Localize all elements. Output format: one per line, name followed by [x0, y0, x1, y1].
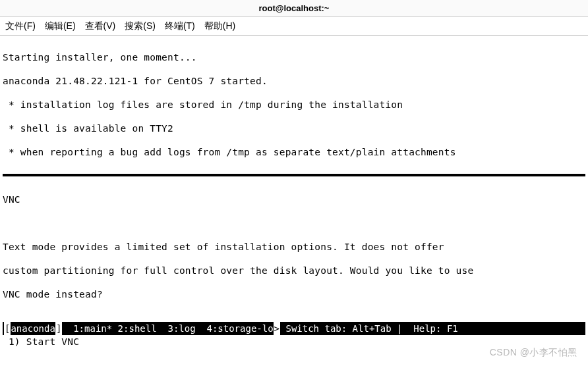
- option-start-vnc: 1) Start VNC: [3, 336, 585, 348]
- blank-line: [3, 217, 585, 229]
- window-title: root@localhost:~: [259, 3, 330, 13]
- horizontal-rule: [3, 174, 585, 176]
- status-app-name: anaconda: [11, 322, 55, 335]
- output-line: Starting installer, one moment...: [3, 51, 585, 63]
- menu-help[interactable]: 帮助(H): [204, 20, 235, 32]
- menu-view[interactable]: 查看(V): [85, 20, 116, 32]
- menu-edit[interactable]: 编辑(E): [45, 20, 76, 32]
- output-line: * installation log files are stored in /…: [3, 99, 585, 111]
- status-bracket-close: ]: [55, 322, 62, 335]
- section-title: VNC: [3, 194, 585, 205]
- menu-file[interactable]: 文件(F): [5, 20, 36, 32]
- output-line: anaconda 21.48.22.121-1 for CentOS 7 sta…: [3, 75, 585, 87]
- menu-terminal[interactable]: 终端(T): [165, 20, 195, 32]
- status-arrow-icon: >: [274, 322, 280, 335]
- watermark: CSDN @小李不怕黑: [490, 347, 577, 359]
- window-title-bar: root@localhost:~: [0, 0, 588, 17]
- output-line: custom partitioning for full control ove…: [3, 265, 585, 276]
- output-line: * when reporting a bug add logs from /tm…: [3, 146, 585, 158]
- status-tabs[interactable]: 1:main* 2:shell 3:log 4:storage-lo: [62, 322, 273, 335]
- menu-bar: 文件(F) 编辑(E) 查看(V) 搜索(S) 终端(T) 帮助(H): [0, 17, 588, 36]
- status-bracket-open: [: [4, 322, 11, 335]
- blank-line: [3, 359, 585, 368]
- status-hint: Switch tab: Alt+Tab | Help: F1: [280, 322, 463, 335]
- output-line: VNC mode instead?: [3, 288, 585, 300]
- output-line: * shell is available on TTY2: [3, 122, 585, 134]
- terminal-output[interactable]: Starting installer, one moment... anacon…: [0, 36, 588, 368]
- status-bar: [anaconda] 1:main* 2:shell 3:log 4:stora…: [3, 322, 585, 335]
- menu-search[interactable]: 搜索(S): [125, 20, 156, 32]
- output-line: Text mode provides a limited set of inst…: [3, 241, 585, 253]
